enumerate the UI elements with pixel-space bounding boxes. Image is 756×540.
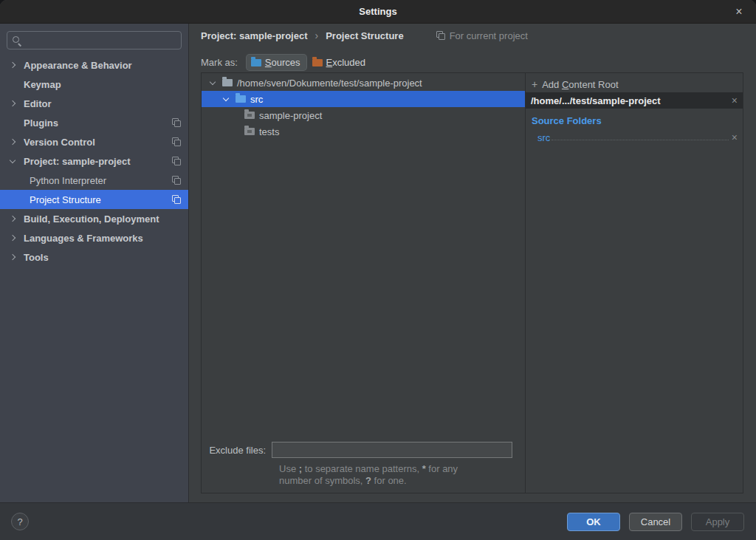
content-root-entry[interactable]: /home/.../test/sample-project × xyxy=(526,92,743,109)
folder-icon xyxy=(222,79,233,86)
sidebar-item-build-execution-deployment[interactable]: Build, Execution, Deployment xyxy=(0,209,188,228)
chevron-right-icon xyxy=(10,235,16,241)
dialog-footer: ? OK Cancel Apply xyxy=(0,502,756,540)
tree-row-src[interactable]: src xyxy=(202,91,525,107)
close-icon[interactable]: × xyxy=(729,0,749,24)
shared-settings-icon xyxy=(172,195,181,204)
sidebar-item-keymap[interactable]: Keymap xyxy=(0,75,188,94)
dotted-leader xyxy=(551,140,728,140)
exclude-files-label: Exclude files: xyxy=(202,445,272,456)
content-root-tree: /home/sven/Dokumente/test/sample-project… xyxy=(202,73,526,493)
sidebar-item-plugins[interactable]: Plugins xyxy=(0,113,188,132)
cancel-button[interactable]: Cancel xyxy=(629,513,682,531)
source-folders-title: Source Folders xyxy=(532,115,743,126)
folder-icon xyxy=(244,128,255,135)
source-folder-icon xyxy=(251,59,261,66)
sidebar-item-project-structure[interactable]: Project Structure xyxy=(0,190,188,209)
sidebar-item-editor[interactable]: Editor xyxy=(0,94,188,113)
search-icon xyxy=(13,36,21,45)
search-input[interactable] xyxy=(26,35,176,46)
title-bar: Settings × xyxy=(0,0,756,24)
shared-settings-icon xyxy=(172,157,181,165)
sidebar-item-tools[interactable]: Tools xyxy=(0,247,188,267)
shared-settings-icon xyxy=(436,31,445,40)
sidebar-item-version-control[interactable]: Version Control xyxy=(0,132,188,151)
search-field[interactable] xyxy=(7,31,182,49)
breadcrumb-separator: › xyxy=(315,30,319,41)
dialog-title: Settings xyxy=(359,6,396,17)
chevron-right-icon xyxy=(10,62,16,68)
breadcrumb-project: Project: sample-project xyxy=(201,30,308,41)
breadcrumb: Project: sample-project › Project Struct… xyxy=(201,30,744,41)
exclude-files-input[interactable] xyxy=(272,442,512,458)
tree-row-content-root[interactable]: /home/sven/Dokumente/test/sample-project xyxy=(202,75,525,91)
mark-as-sources-button[interactable]: Sources xyxy=(247,55,306,70)
breadcrumb-page: Project Structure xyxy=(326,30,403,41)
add-content-root-button[interactable]: + Add Content Root xyxy=(526,76,743,92)
chevron-down-icon xyxy=(210,78,216,84)
chevron-right-icon xyxy=(10,139,16,145)
shared-settings-icon xyxy=(172,137,181,146)
mark-as-toolbar: Mark as: Sources Excluded xyxy=(201,55,371,70)
shared-settings-icon xyxy=(172,176,181,185)
tree-row-sample-project[interactable]: sample-project xyxy=(202,107,525,123)
chevron-right-icon xyxy=(10,216,16,222)
content-root-details-panel: + Add Content Root /home/.../test/sample… xyxy=(526,73,743,493)
remove-source-folder-icon[interactable]: × xyxy=(732,131,738,143)
remove-content-root-icon[interactable]: × xyxy=(732,95,738,106)
excluded-folder-icon xyxy=(312,59,323,66)
mark-as-label: Mark as: xyxy=(201,57,238,68)
chevron-right-icon xyxy=(10,100,16,106)
tree-row-tests[interactable]: tests xyxy=(202,123,525,140)
main-panel: Project: sample-project › Project Struct… xyxy=(189,24,756,502)
settings-sidebar: Appearance & Behavior Keymap Editor Plug… xyxy=(0,24,189,502)
folder-icon xyxy=(244,112,255,119)
mark-as-excluded-button[interactable]: Excluded xyxy=(308,55,371,70)
chevron-down-icon xyxy=(223,95,229,100)
source-folder-entry[interactable]: src × xyxy=(526,129,743,143)
sidebar-item-project[interactable]: Project: sample-project xyxy=(0,151,188,171)
scope-note: For current project xyxy=(436,30,528,41)
chevron-right-icon xyxy=(10,254,16,260)
plus-icon: + xyxy=(532,78,537,90)
source-folder-icon xyxy=(236,95,246,103)
shared-settings-icon xyxy=(172,118,181,127)
help-button[interactable]: ? xyxy=(11,513,29,530)
apply-button: Apply xyxy=(691,513,744,531)
chevron-down-icon xyxy=(10,157,16,163)
settings-dialog: Settings × Appearance & Behavior Keymap … xyxy=(0,0,756,540)
exclude-files-section: Exclude files: Use ; to separate name pa… xyxy=(202,442,525,487)
exclude-files-hint: Use ; to separate name patterns, * for a… xyxy=(279,463,525,487)
ok-button[interactable]: OK xyxy=(567,513,620,531)
sidebar-item-appearance-behavior[interactable]: Appearance & Behavior xyxy=(0,55,188,75)
sidebar-item-languages-frameworks[interactable]: Languages & Frameworks xyxy=(0,228,188,247)
sidebar-item-python-interpreter[interactable]: Python Interpreter xyxy=(0,171,188,190)
